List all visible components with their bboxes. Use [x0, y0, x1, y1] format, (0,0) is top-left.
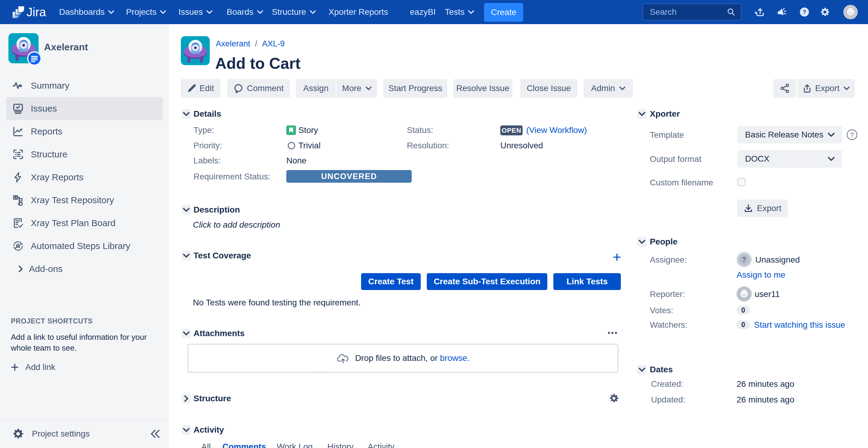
svg-text:?: ?	[742, 256, 746, 264]
svg-text:?: ?	[850, 131, 854, 139]
svg-text:?: ?	[803, 9, 806, 16]
